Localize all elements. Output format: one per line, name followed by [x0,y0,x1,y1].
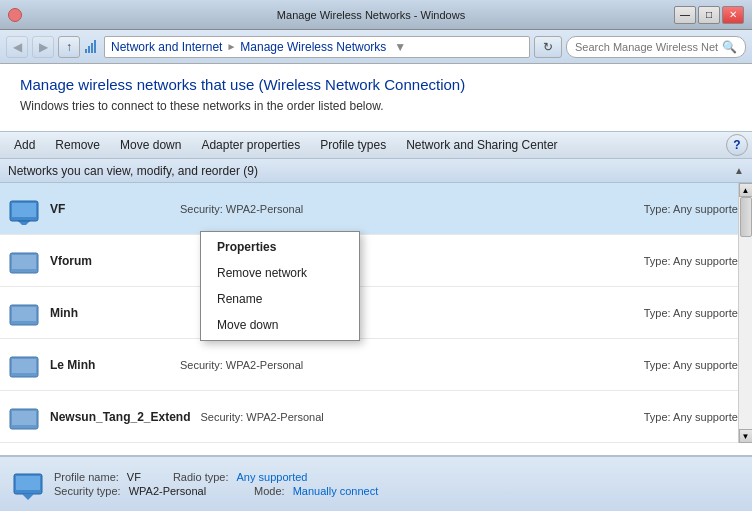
svg-rect-3 [94,40,96,53]
status-row-1: Profile name: VF Radio type: Any support… [54,471,378,483]
context-move-down[interactable]: Move down [201,312,359,338]
address-bar: ◀ ▶ ↑ Network and Internet ► Manage Wire… [0,30,752,64]
networks-collapse-icon[interactable]: ▲ [734,165,744,176]
breadcrumb-manage[interactable]: Manage Wireless Networks [240,40,386,54]
search-input[interactable] [575,41,718,53]
svg-rect-9 [12,255,36,269]
up-button[interactable]: ↑ [58,36,80,58]
forward-button[interactable]: ▶ [32,36,54,58]
page-subtitle: Windows tries to connect to these networ… [20,99,732,113]
networks-header-text: Networks you can view, modify, and reord… [8,164,258,178]
back-button[interactable]: ◀ [6,36,28,58]
svg-rect-11 [12,307,36,321]
profile-value: VF [127,471,141,483]
network-name-leminh: Le Minh [50,358,170,372]
table-row[interactable]: Minh Type: Any supported [0,287,752,339]
scroll-track [739,197,752,429]
network-icon-newsun [8,401,40,433]
remove-button[interactable]: Remove [45,133,110,157]
network-icon-vforum [8,245,40,277]
status-row-2: Security type: WPA2-Personal Mode: Manua… [54,485,378,497]
svg-rect-13 [12,359,36,373]
network-icon-minh [8,297,40,329]
scrollbar[interactable]: ▲ ▼ [738,183,752,443]
svg-rect-1 [88,46,90,53]
breadcrumb-bar[interactable]: Network and Internet ► Manage Wireless N… [104,36,530,58]
network-icon-leminh [8,349,40,381]
networks-header: Networks you can view, modify, and reord… [0,159,752,183]
network-type-minh: Type: Any supported [604,307,744,319]
radio-label: Radio type: [173,471,229,483]
page-title: Manage wireless networks that use (Wirel… [20,76,732,93]
context-properties[interactable]: Properties [201,234,359,260]
network-name-minh: Minh [50,306,170,320]
close-button[interactable]: ✕ [722,6,744,24]
network-security-leminh: Security: WPA2-Personal [180,359,594,371]
network-type-vf: Type: Any supported [604,203,744,215]
context-rename[interactable]: Rename [201,286,359,312]
title-bar-buttons: — □ ✕ [674,6,744,24]
maximize-button[interactable]: □ [698,6,720,24]
breadcrumb-dropdown[interactable]: ▼ [394,40,406,54]
scroll-up-arrow[interactable]: ▲ [739,183,753,197]
title-bar: Manage Wireless Networks - Windows — □ ✕ [0,0,752,30]
network-type-vforum: Type: Any supported [604,255,744,267]
main-area: Manage wireless networks that use (Wirel… [0,64,752,511]
svg-rect-15 [12,411,36,425]
network-type-leminh: Type: Any supported [604,359,744,371]
minimize-button[interactable]: — [674,6,696,24]
status-info: Profile name: VF Radio type: Any support… [54,471,378,497]
help-button[interactable]: ? [726,134,748,156]
network-icon-vf [8,193,40,225]
scroll-down-arrow[interactable]: ▼ [739,429,753,443]
svg-rect-17 [16,476,40,490]
network-name-vf: VF [50,202,170,216]
table-row[interactable]: Le Minh Security: WPA2-Personal Type: An… [0,339,752,391]
network-security-newsun: Security: WPA2-Personal [200,411,594,423]
table-row[interactable]: Newsun_Tang_2_Extend Security: WPA2-Pers… [0,391,752,443]
table-row[interactable]: VF Security: WPA2-Personal Type: Any sup… [0,183,752,235]
svg-rect-0 [85,49,87,53]
mode-value: Manually connect [293,485,379,497]
svg-marker-18 [22,494,34,500]
network-security-vf: Security: WPA2-Personal [180,203,594,215]
network-name-newsun: Newsun_Tang_2_Extend [50,410,190,424]
svg-marker-6 [18,221,30,225]
search-icon: 🔍 [722,40,737,54]
mode-label: Mode: [254,485,285,497]
radio-value: Any supported [237,471,308,483]
networks-section: Networks you can view, modify, and reord… [0,159,752,455]
profile-types-button[interactable]: Profile types [310,133,396,157]
signal-icon [84,39,100,55]
content-header: Manage wireless networks that use (Wirel… [0,64,752,131]
status-bar: Profile name: VF Radio type: Any support… [0,455,752,511]
context-menu: Properties Remove network Rename Move do… [200,231,360,341]
breadcrumb-sep1: ► [226,41,236,52]
title-bar-text: Manage Wireless Networks - Windows [68,9,674,21]
network-type-newsun: Type: Any supported [604,411,744,423]
context-remove-network[interactable]: Remove network [201,260,359,286]
adapter-properties-button[interactable]: Adapter properties [191,133,310,157]
refresh-button[interactable]: ↻ [534,36,562,58]
svg-rect-5 [12,203,36,217]
svg-rect-2 [91,43,93,53]
profile-label: Profile name: [54,471,119,483]
breadcrumb-network[interactable]: Network and Internet [111,40,222,54]
security-value: WPA2-Personal [129,485,206,497]
network-name-vforum: Vforum [50,254,170,268]
toolbar: Add Remove Move down Adapter properties … [0,131,752,159]
status-network-icon [12,468,44,500]
add-button[interactable]: Add [4,133,45,157]
search-box: 🔍 [566,36,746,58]
table-row[interactable]: Vforum Type: Any supported [0,235,752,287]
security-label: Security type: [54,485,121,497]
move-down-button[interactable]: Move down [110,133,191,157]
networks-list: VF Security: WPA2-Personal Type: Any sup… [0,183,752,443]
scroll-thumb[interactable] [740,197,752,237]
network-sharing-button[interactable]: Network and Sharing Center [396,133,567,157]
